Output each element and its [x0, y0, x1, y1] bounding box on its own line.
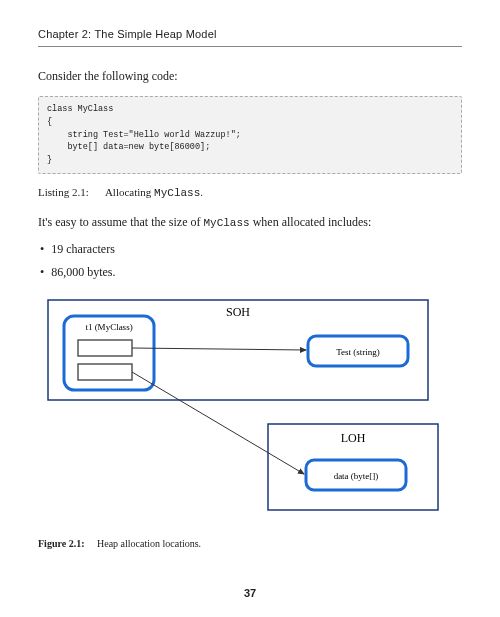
- assume-code: MyClass: [203, 217, 249, 229]
- test-label: Test (string): [336, 347, 380, 357]
- listing-caption: Listing 2.1: Allocating MyClass.: [38, 186, 462, 199]
- svg-rect-2: [78, 340, 132, 356]
- page-number: 37: [0, 587, 500, 599]
- heap-diagram: SOH t1 (MyClass) Test (string) LOH data …: [38, 294, 462, 524]
- t1-label: t1 (MyClass): [85, 322, 132, 332]
- data-label: data (byte[]): [334, 471, 379, 481]
- svg-rect-3: [78, 364, 132, 380]
- code-block: class MyClass { string Test="Hello world…: [38, 96, 462, 174]
- figure-caption-text: Heap allocation locations.: [97, 538, 201, 549]
- listing-label: Listing 2.1:: [38, 186, 89, 198]
- listing-caption-code: MyClass: [154, 187, 200, 199]
- svg-line-8: [132, 372, 304, 474]
- listing-caption-prefix: Allocating: [105, 186, 154, 198]
- list-item: 19 characters: [38, 242, 462, 257]
- figure-caption: Figure 2.1: Heap allocation locations.: [38, 538, 462, 549]
- list-item: 86,000 bytes.: [38, 265, 462, 280]
- loh-label: LOH: [341, 431, 366, 445]
- listing-caption-suffix: .: [200, 186, 203, 198]
- intro-paragraph: Consider the following code:: [38, 69, 462, 84]
- soh-label: SOH: [226, 305, 250, 319]
- assume-prefix: It's easy to assume that the size of: [38, 215, 203, 229]
- assume-line: It's easy to assume that the size of MyC…: [38, 215, 462, 230]
- assume-suffix: when allocated includes:: [250, 215, 372, 229]
- svg-line-5: [132, 348, 306, 350]
- chapter-header: Chapter 2: The Simple Heap Model: [38, 28, 462, 47]
- figure-label: Figure 2.1:: [38, 538, 84, 549]
